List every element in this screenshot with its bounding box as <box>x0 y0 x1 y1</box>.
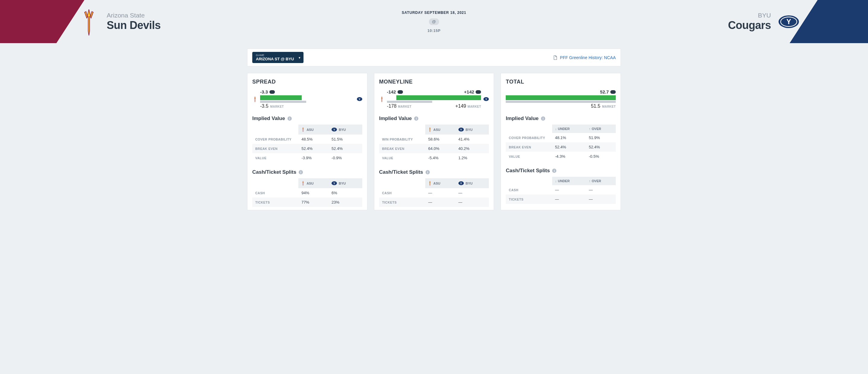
spread-market-value: -3.5 <box>260 104 269 109</box>
table-row: VALUE -4.3% -0.5% <box>506 152 616 161</box>
table-row: COVER PROBABILITY48.5%51.5% <box>252 135 362 144</box>
total-pick-value: 52.7 <box>600 89 609 94</box>
pff-pill-icon <box>475 90 481 94</box>
game-date: SATURDAY SEPTEMBER 18, 2021 <box>402 10 466 15</box>
game-select[interactable]: GAME ARIZONA ST @ BYU <box>252 52 304 63</box>
game-hero: Arizona State Sun Devils SATURDAY SEPTEM… <box>0 0 868 43</box>
game-time: 10:15P <box>427 29 441 33</box>
total-implied-table: ↓UNDER ↑OVER COVER PROBABILITY48.1%51.9%… <box>506 124 616 161</box>
spread-title: SPREAD <box>252 79 362 85</box>
table-row: BREAK EVEN52.4% 52.4% <box>506 142 616 152</box>
spread-pick-value: -3.3 <box>260 89 268 94</box>
arrow-down-icon: ↓ <box>555 179 557 183</box>
arrow-up-icon: ↑ <box>589 179 591 183</box>
game-select-label: GAME <box>256 54 294 57</box>
table-row: CASH — — <box>506 185 616 195</box>
table-row: CASH 94% 6% <box>252 188 362 198</box>
moneyline-implied-table: ASU YBYU WIN PROBABILITY 58.6%41.4% BREA… <box>379 124 489 163</box>
game-select-value: ARIZONA ST @ BYU <box>256 57 294 61</box>
at-icon: @ <box>429 19 439 25</box>
toolbar: GAME ARIZONA ST @ BYU PFF Greenline Hist… <box>247 49 621 66</box>
spread-splits-table: ASU YBYU CASH 94% 6% TICKETS77%23% <box>252 178 362 207</box>
moneyline-pick-bar: -142 +142 -178 MARKET +149 MARKET Y <box>379 89 489 109</box>
bet-cards: SPREAD -3.3 -3.5 MARKET Y Implied Value <box>247 73 621 210</box>
table-row: VALUE -3.9% -0.9% <box>252 153 362 163</box>
byu-logo-icon: Y <box>778 8 799 35</box>
spread-implied-header: Implied Valuei <box>252 116 362 121</box>
table-row: TICKETS77%23% <box>252 198 362 207</box>
home-nickname: Cougars <box>728 19 771 32</box>
total-splits-header: Cash/Ticket Splitsi <box>506 168 616 174</box>
document-icon <box>553 55 558 60</box>
table-row: WIN PROBABILITY 58.6%41.4% <box>379 135 489 144</box>
moneyline-implied-header: Implied Valuei <box>379 116 489 121</box>
asu-mini-icon <box>252 96 258 102</box>
total-implied-header: Implied Valuei <box>506 116 616 121</box>
svg-text:Y: Y <box>786 18 791 26</box>
moneyline-title: MONEYLINE <box>379 79 489 85</box>
total-card: TOTAL 52.7 51.5 MARKET Implied Valuei <box>501 73 621 210</box>
moneyline-card: MONEYLINE -142 +142 -178 MARKET +149 MAR… <box>374 73 494 210</box>
pff-pill-icon <box>398 90 403 94</box>
arrow-up-icon: ↑ <box>589 127 591 131</box>
table-row: COVER PROBABILITY48.1%51.9% <box>506 133 616 142</box>
arrow-down-icon: ↓ <box>555 127 557 131</box>
spread-splits-header: Cash/Ticket Splitsi <box>252 169 362 175</box>
info-icon[interactable]: i <box>414 116 418 121</box>
table-row: BREAK EVEN64.0% 40.2% <box>379 144 489 153</box>
asu-mini-icon <box>379 96 384 102</box>
spread-card: SPREAD -3.3 -3.5 MARKET Y Implied Value <box>247 73 367 210</box>
pff-pill-icon <box>610 90 616 94</box>
info-icon[interactable]: i <box>299 170 303 174</box>
total-title: TOTAL <box>506 79 616 85</box>
spread-implied-table: ASU YBYU COVER PROBABILITY48.5%51.5% BRE… <box>252 124 362 163</box>
home-school: BYU <box>728 12 771 19</box>
pff-pill-icon <box>270 90 275 94</box>
info-icon[interactable]: i <box>426 170 430 174</box>
moneyline-splits-table: ASU YBYU CASH — — TICKETS—— <box>379 178 489 207</box>
greenline-history-link[interactable]: PFF Greenline History: NCAA <box>553 55 616 60</box>
moneyline-splits-header: Cash/Ticket Splitsi <box>379 169 489 175</box>
info-icon[interactable]: i <box>287 116 292 121</box>
info-icon[interactable]: i <box>552 169 556 173</box>
table-row: VALUE -5.4%1.2% <box>379 153 489 163</box>
byu-mini-icon: Y <box>357 97 362 101</box>
total-market-value: 51.5 <box>591 104 600 109</box>
spread-pick-bar: -3.3 -3.5 MARKET Y <box>252 89 362 109</box>
table-row: TICKETS—— <box>379 198 489 207</box>
info-icon[interactable]: i <box>541 116 545 121</box>
table-row: BREAK EVEN52.4% 52.4% <box>252 144 362 153</box>
total-pick-bar: 52.7 51.5 MARKET <box>506 89 616 109</box>
home-team: Y BYU Cougars <box>728 0 799 43</box>
table-row: TICKETS—— <box>506 195 616 204</box>
table-row: CASH — — <box>379 188 489 198</box>
total-splits-table: ↓UNDER ↑OVER CASH — — TICKETS—— <box>506 177 616 204</box>
byu-mini-icon: Y <box>484 97 489 101</box>
